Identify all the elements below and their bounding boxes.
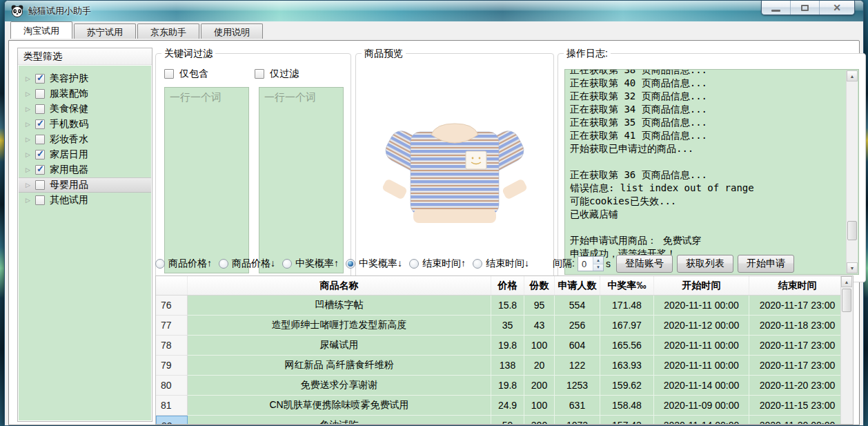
cell-start-time[interactable]: 2020-11-14 00:00 xyxy=(654,376,749,396)
header-price[interactable]: 价格 xyxy=(491,276,524,295)
only-exclude-option[interactable]: 仅过滤 xyxy=(255,68,345,80)
scroll-up-icon[interactable]: ▲ xyxy=(847,70,858,81)
category-tree-item[interactable]: ▷ 母婴用品 xyxy=(19,177,151,193)
cell-rownum[interactable]: 77 xyxy=(156,316,188,336)
expand-arrow-icon[interactable]: ▷ xyxy=(26,121,35,128)
radio-icon[interactable] xyxy=(473,259,482,269)
cell-price[interactable]: 19.8 xyxy=(491,336,524,356)
cell-start-time[interactable]: 2020-11-09 00:00 xyxy=(654,396,749,416)
category-checkbox[interactable] xyxy=(35,165,45,175)
cell-applicants[interactable]: 1073 xyxy=(555,416,600,425)
expand-arrow-icon[interactable]: ▷ xyxy=(26,106,35,113)
cell-price[interactable]: 19.8 xyxy=(491,376,524,396)
sort-radio-option[interactable]: 中奖概率↑ xyxy=(282,258,339,270)
radio-icon[interactable] xyxy=(346,259,355,269)
cell-product-name[interactable]: 造型师绅士啫喱打造发型新高度 xyxy=(188,316,491,336)
cell-applicants[interactable]: 256 xyxy=(555,316,600,336)
category-checkbox[interactable] xyxy=(35,89,45,99)
table-row[interactable]: 81 CN凯肤草便携除味喷雾免费试用 24.9 100 631 158.48 2… xyxy=(156,396,853,416)
cell-end-time[interactable]: 2020-11-20 00:00 xyxy=(749,416,846,425)
sort-radio-option[interactable]: 中奖概率↓ xyxy=(346,258,402,270)
sort-radio-option[interactable]: 商品价格↑ xyxy=(155,258,212,270)
cell-applicants[interactable]: 631 xyxy=(555,396,600,416)
cell-applicants[interactable]: 554 xyxy=(555,296,600,316)
table-scrollbar-thumb[interactable] xyxy=(842,289,851,312)
expand-arrow-icon[interactable]: ▷ xyxy=(26,182,35,188)
expand-arrow-icon[interactable]: ▷ xyxy=(26,166,35,173)
only-exclude-checkbox[interactable] xyxy=(255,69,264,79)
log-scrollbar[interactable]: ▲ ▼ xyxy=(846,70,858,273)
category-tree-item[interactable]: ▷ 手机数码 xyxy=(19,117,151,132)
cell-win-rate[interactable]: 171.48 xyxy=(600,296,654,316)
cell-product-name[interactable]: CN凯肤草便携除味喷雾免费试用 xyxy=(188,396,491,416)
header-product-name[interactable]: 商品名称 xyxy=(188,276,491,295)
category-tree-item[interactable]: ▷ 家居日用 xyxy=(19,147,151,162)
cell-price[interactable]: 138 xyxy=(491,356,524,376)
cell-price[interactable]: 15.8 xyxy=(491,296,524,316)
sort-radio-option[interactable]: 商品价格↓ xyxy=(219,258,275,270)
cell-applicants[interactable]: 604 xyxy=(555,336,600,356)
action-button[interactable]: 获取列表 xyxy=(677,255,733,273)
sort-radio-option[interactable]: 结束时间↑ xyxy=(409,258,466,270)
category-tree-item[interactable]: ▷ 服装配饰 xyxy=(19,86,151,101)
cell-start-time[interactable]: 2020-11-14 00:00 xyxy=(654,416,749,425)
cell-price[interactable]: 59 xyxy=(491,416,524,425)
expand-arrow-icon[interactable]: ▷ xyxy=(26,151,35,158)
cell-win-rate[interactable]: 158.48 xyxy=(600,396,654,416)
cell-start-time[interactable]: 2020-11-11 00:00 xyxy=(654,296,749,316)
category-checkbox[interactable] xyxy=(35,135,45,144)
action-button[interactable]: 开始申请 xyxy=(738,255,794,273)
header-end-time[interactable]: 结束时间 xyxy=(749,276,846,295)
category-tree-item[interactable]: ▷ 其他试用 xyxy=(19,193,151,208)
cell-start-time[interactable]: 2020-11-12 00:00 xyxy=(654,316,749,336)
category-checkbox[interactable] xyxy=(35,74,45,84)
cell-start-time[interactable]: 2020-11-11 00:00 xyxy=(654,356,749,376)
cell-win-rate[interactable]: 167.97 xyxy=(600,316,654,336)
cell-rownum[interactable]: 80 xyxy=(156,376,188,396)
cell-rownum[interactable]: 76 xyxy=(156,296,188,316)
radio-icon[interactable] xyxy=(155,259,165,269)
cell-quantity[interactable]: 300 xyxy=(524,416,555,425)
cell-quantity[interactable]: 200 xyxy=(524,376,555,396)
category-tree-item[interactable]: ▷ 美食保健 xyxy=(19,101,151,117)
table-row[interactable]: 76 凹槽练字帖 15.8 95 554 171.48 2020-11-11 0… xyxy=(156,296,853,316)
tab-淘宝试用[interactable]: 淘宝试用 xyxy=(10,21,72,39)
only-include-checkbox[interactable] xyxy=(164,69,174,79)
cell-applicants[interactable]: 122 xyxy=(555,356,600,376)
cell-rownum[interactable]: 79 xyxy=(156,356,188,376)
cell-rownum[interactable]: 81 xyxy=(156,396,188,416)
radio-icon[interactable] xyxy=(409,259,419,269)
include-words-textarea[interactable] xyxy=(164,87,249,273)
header-win-rate[interactable]: 中奖率‰ xyxy=(600,276,654,295)
category-tree-item[interactable]: ▷ 彩妆香水 xyxy=(19,132,151,147)
table-row[interactable]: 79 网红新品 高纤膳食纤维粉 138 20 122 163.93 2020-1… xyxy=(156,356,853,376)
cell-win-rate[interactable]: 163.93 xyxy=(600,356,654,376)
table-row[interactable]: 80 免费送求分享谢谢 19.8 200 1253 159.62 2020-11… xyxy=(156,376,853,396)
cell-win-rate[interactable]: 157.43 xyxy=(600,416,654,425)
cell-win-rate[interactable]: 159.62 xyxy=(600,376,654,396)
category-checkbox[interactable] xyxy=(35,180,45,190)
expand-arrow-icon[interactable]: ▷ xyxy=(26,75,35,82)
cell-quantity[interactable]: 100 xyxy=(524,336,555,356)
spinner-down-icon[interactable]: ▼ xyxy=(593,264,603,271)
cell-product-name[interactable]: 免费送求分享谢谢 xyxy=(188,376,491,396)
table-row[interactable]: 82 鱼油试吃 59 300 1073 157.43 2020-11-14 00… xyxy=(156,416,853,425)
header-start-time[interactable]: 开始时间 xyxy=(654,276,749,295)
table-row[interactable]: 77 造型师绅士啫喱打造发型新高度 35 43 256 167.97 2020-… xyxy=(156,316,853,336)
category-checkbox[interactable] xyxy=(35,150,45,159)
log-textarea[interactable]: 正在获取第 38 页商品信息... 正在获取第 40 页商品信息... 正在获取… xyxy=(564,69,859,275)
category-tree-item[interactable]: ▷ 美容护肤 xyxy=(19,71,151,86)
radio-icon[interactable] xyxy=(219,259,228,269)
cell-win-rate[interactable]: 165.56 xyxy=(600,336,654,356)
expand-arrow-icon[interactable]: ▷ xyxy=(26,136,35,143)
cell-start-time[interactable]: 2020-11-11 00:00 xyxy=(654,336,749,356)
cell-product-name[interactable]: 网红新品 高纤膳食纤维粉 xyxy=(188,356,491,376)
expand-arrow-icon[interactable]: ▷ xyxy=(26,197,35,204)
maximize-button[interactable] xyxy=(791,1,820,14)
log-scrollbar-thumb[interactable] xyxy=(847,221,857,240)
category-tree-item[interactable]: ▷ 家用电器 xyxy=(19,162,151,177)
action-button[interactable]: 登陆账号 xyxy=(616,255,673,273)
cell-product-name[interactable]: 鱼油试吃 xyxy=(188,416,491,425)
only-include-option[interactable]: 仅包含 xyxy=(164,68,255,80)
minimize-button[interactable] xyxy=(762,1,791,14)
